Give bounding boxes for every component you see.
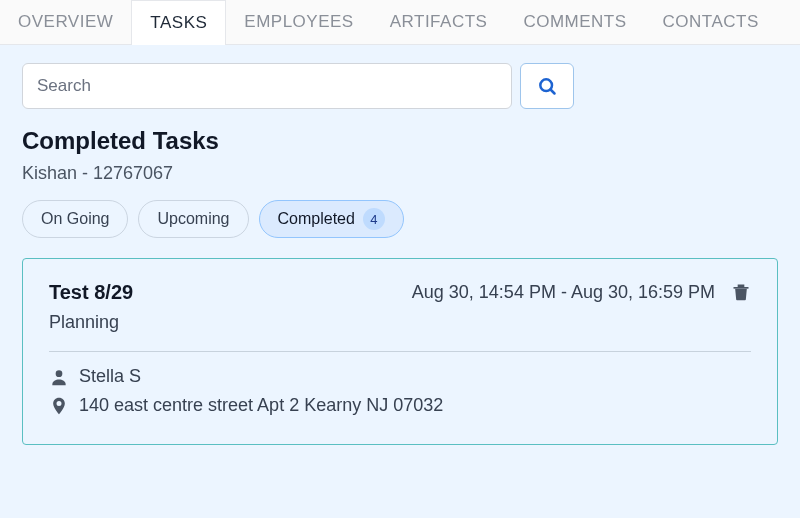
task-card-header: Test 8/29 Planning Aug 30, 14:54 PM - Au… (49, 281, 751, 333)
search-button[interactable] (520, 63, 574, 109)
task-title: Test 8/29 (49, 281, 133, 304)
assignee-row: Stella S (49, 366, 751, 387)
page-title: Completed Tasks (22, 127, 778, 155)
tab-artifacts[interactable]: ARTIFACTS (372, 0, 506, 44)
page-subtitle: Kishan - 12767067 (22, 163, 778, 184)
filter-ongoing[interactable]: On Going (22, 200, 128, 238)
task-category: Planning (49, 312, 133, 333)
person-icon (49, 367, 69, 387)
tab-overview[interactable]: OVERVIEW (0, 0, 131, 44)
svg-line-1 (551, 90, 555, 94)
task-time-row: Aug 30, 14:54 PM - Aug 30, 16:59 PM (412, 281, 751, 303)
svg-point-2 (56, 370, 63, 377)
filter-completed[interactable]: Completed 4 (259, 200, 404, 238)
task-time-range: Aug 30, 14:54 PM - Aug 30, 16:59 PM (412, 282, 715, 303)
task-card: Test 8/29 Planning Aug 30, 14:54 PM - Au… (22, 258, 778, 445)
tab-employees[interactable]: EMPLOYEES (226, 0, 371, 44)
filter-completed-label: Completed (278, 210, 355, 228)
address-text: 140 east centre street Apt 2 Kearny NJ 0… (79, 395, 443, 416)
tab-tasks[interactable]: TASKS (131, 0, 226, 45)
tab-contacts[interactable]: CONTACTS (645, 0, 777, 44)
page-body: Completed Tasks Kishan - 12767067 On Goi… (0, 45, 800, 518)
completed-count-badge: 4 (363, 208, 385, 230)
filter-upcoming[interactable]: Upcoming (138, 200, 248, 238)
filter-chip-row: On Going Upcoming Completed 4 (22, 200, 778, 238)
trash-icon[interactable] (731, 281, 751, 303)
location-pin-icon (49, 396, 69, 416)
tab-comments[interactable]: COMMENTS (505, 0, 644, 44)
card-divider (49, 351, 751, 352)
top-nav-tabs: OVERVIEW TASKS EMPLOYEES ARTIFACTS COMME… (0, 0, 800, 45)
search-row (22, 63, 778, 109)
search-input[interactable] (22, 63, 512, 109)
address-row: 140 east centre street Apt 2 Kearny NJ 0… (49, 395, 751, 416)
assignee-name: Stella S (79, 366, 141, 387)
search-icon (537, 76, 557, 96)
